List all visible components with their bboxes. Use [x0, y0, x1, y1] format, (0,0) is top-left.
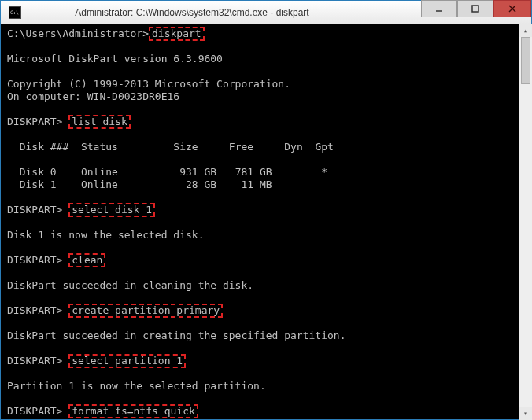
- minimize-button[interactable]: [421, 0, 457, 17]
- minimize-icon: [434, 4, 444, 13]
- row0-disk: Disk 0: [20, 166, 57, 178]
- window-controls: [421, 1, 531, 24]
- row1-free: 11 MB: [235, 179, 272, 190]
- prompt-path: C:\Users\Administrator>: [7, 28, 149, 39]
- scroll-thumb[interactable]: [521, 37, 530, 84]
- diskpart-prompt: DISKPART>: [7, 355, 62, 367]
- highlight-cmd-listdisk: list disk: [68, 115, 130, 129]
- highlight-cmd-createpart: create partition primary: [68, 304, 223, 318]
- row0-status: Online: [81, 166, 118, 178]
- hdr-size: Size: [173, 141, 198, 153]
- diskpart-prompt: DISKPART>: [7, 204, 62, 216]
- vertical-scrollbar[interactable]: ▴ ▾: [519, 24, 532, 420]
- cmd-window: Administrator: C:\Windows\system32\cmd.e…: [0, 0, 532, 420]
- close-button[interactable]: [493, 0, 531, 17]
- row0-gpt: *: [321, 166, 327, 178]
- diskpart-prompt: DISKPART>: [7, 116, 62, 127]
- diskpart-prompt: DISKPART>: [7, 405, 62, 417]
- highlight-cmd-selectdisk: select disk 1: [68, 203, 155, 217]
- svg-rect-1: [472, 6, 478, 12]
- row1-status: Online: [81, 179, 118, 190]
- computer-line: On computer: WIN-D0023DR0E16: [7, 90, 179, 102]
- terminal-output[interactable]: C:\Users\Administrator>diskpart Microsof…: [1, 24, 531, 419]
- hdr-free: Free: [229, 141, 253, 153]
- maximize-icon: [471, 4, 480, 13]
- titlebar[interactable]: Administrator: C:\Windows\system32\cmd.e…: [1, 1, 531, 24]
- version-line: Microsoft DiskPart version 6.3.9600: [7, 53, 223, 64]
- highlight-cmd-diskpart: diskpart: [149, 27, 205, 41]
- msg-create-part: DiskPart succeeded in creating the speci…: [7, 330, 345, 341]
- hdr-disk: Disk ###: [20, 141, 69, 153]
- scroll-up-button[interactable]: ▴: [519, 24, 532, 37]
- diskpart-prompt: DISKPART>: [7, 254, 62, 266]
- scroll-track[interactable]: [519, 37, 532, 407]
- app-icon: [9, 6, 21, 19]
- row0-free: 781 GB: [235, 166, 272, 178]
- row1-size: 28 GB: [179, 179, 216, 190]
- highlight-cmd-selectpart: select partition 1: [68, 354, 186, 368]
- window-title: Administrator: C:\Windows\system32\cmd.e…: [0, 7, 421, 18]
- highlight-cmd-clean: clean: [68, 253, 105, 267]
- hdr-status: Status: [81, 141, 118, 153]
- row0-size: 931 GB: [179, 166, 216, 178]
- maximize-button[interactable]: [457, 0, 493, 17]
- close-icon: [508, 4, 517, 13]
- msg-selected-disk: Disk 1 is now the selected disk.: [7, 229, 204, 241]
- msg-select-part: Partition 1 is now the selected partitio…: [7, 380, 266, 392]
- diskpart-prompt: DISKPART>: [7, 304, 62, 316]
- hdr-gpt: Gpt: [315, 141, 333, 153]
- hdr-dyn: Dyn: [284, 141, 302, 153]
- msg-clean: DiskPart succeeded in cleaning the disk.: [7, 279, 253, 291]
- copyright-line: Copyright (C) 1999-2013 Microsoft Corpor…: [7, 78, 290, 90]
- scroll-down-button[interactable]: ▾: [519, 407, 532, 420]
- highlight-cmd-format: format fs=ntfs quick: [68, 404, 198, 418]
- row1-disk: Disk 1: [20, 179, 57, 190]
